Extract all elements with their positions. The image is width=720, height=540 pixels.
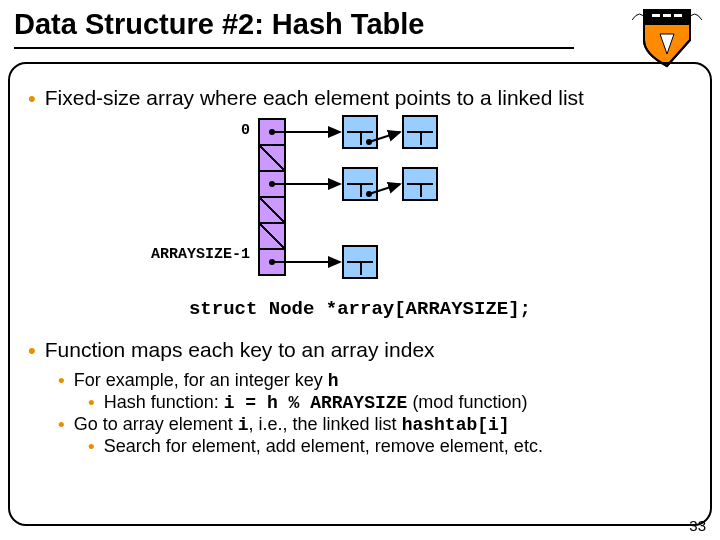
array-cell-empty [258,222,286,250]
hash-table-diagram: 0 ARRAYSIZE-1 [80,118,640,290]
bullet-icon: • [88,436,95,458]
princeton-shield-icon [632,6,702,68]
list-node [402,115,438,149]
sub-bullet-2: • Go to array element i, i.e., the linke… [58,414,692,436]
svg-rect-1 [663,14,671,17]
array-cell [258,248,286,276]
sub2-bullet-2-text: Search for element, add element, remove … [104,436,543,458]
text: Go to array element [74,414,238,434]
label-zero: 0 [200,122,250,139]
list-node [342,115,378,149]
bullet-2: • Function maps each key to an array ind… [28,338,692,364]
array-cell-empty [258,144,286,172]
sub2-bullet-2: • Search for element, add element, remov… [88,436,692,458]
text: Hash function: [104,392,224,412]
text: , i.e., the linked list [249,414,402,434]
bullet-1: • Fixed-size array where each element po… [28,86,692,112]
list-node [342,245,378,279]
svg-rect-0 [652,14,660,17]
sub-bullet-1-text: For example, for an integer key h [74,370,339,392]
bullet-1-text: Fixed-size array where each element poin… [45,86,584,112]
page-number: 33 [689,517,706,534]
bullet-icon: • [28,338,36,364]
code-text: hashtab[i] [402,415,510,435]
slide-title: Data Structure #2: Hash Table [14,6,574,49]
array-cell-empty [258,196,286,224]
sub-bullet-1: • For example, for an integer key h [58,370,692,392]
sub-bullet-2-text: Go to array element i, i.e., the linked … [74,414,510,436]
code-caption: struct Node *array[ARRAYSIZE]; [28,298,692,320]
code-text: i [238,415,249,435]
slide-body: • Fixed-size array where each element po… [28,86,692,518]
bullet-icon: • [28,86,36,112]
svg-rect-2 [674,14,682,17]
array-cell [258,118,286,146]
array-cell [258,170,286,198]
bullet-icon: • [58,370,65,392]
sub2-bullet-1-text: Hash function: i = h % ARRAYSIZE (mod fu… [104,392,528,414]
list-node [342,167,378,201]
label-last: ARRAYSIZE-1 [120,246,250,263]
text: For example, for an integer key [74,370,328,390]
code-text: i = h % ARRAYSIZE [224,393,408,413]
list-node [402,167,438,201]
bullet-icon: • [88,392,95,414]
bullet-2-text: Function maps each key to an array index [45,338,435,364]
code-text: h [328,371,339,391]
text: (mod function) [407,392,527,412]
sub2-bullet-1: • Hash function: i = h % ARRAYSIZE (mod … [88,392,692,414]
bullet-icon: • [58,414,65,436]
